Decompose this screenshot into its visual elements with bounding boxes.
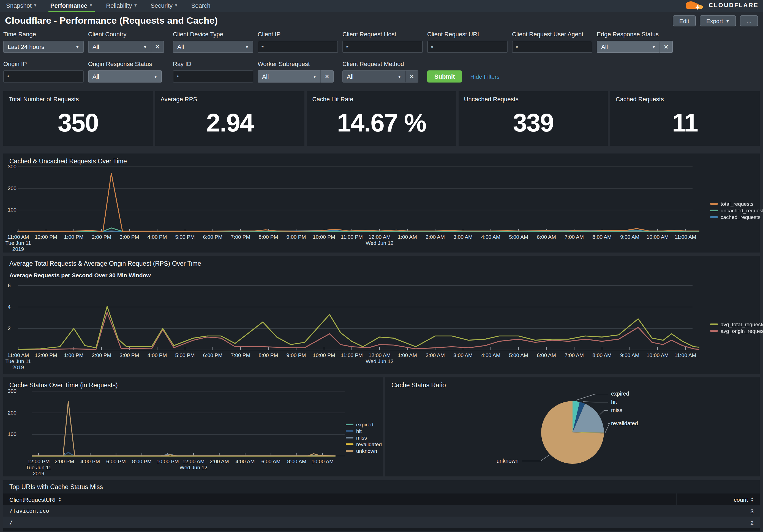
legend-item-unknown[interactable]: unknown xyxy=(346,448,382,454)
nav-item-performance[interactable]: Performance▼ xyxy=(49,0,94,12)
client-request-method-select[interactable]: All▼ xyxy=(342,70,406,83)
x-axis-label: 7:00 PM xyxy=(231,352,251,358)
filter-control xyxy=(427,41,507,53)
x-axis-label: 5:00 PM xyxy=(175,234,195,240)
x-axis-label: 11:00 AM xyxy=(675,234,697,240)
pie-leader-line xyxy=(576,394,608,400)
chevron-down-icon: ▼ xyxy=(652,45,656,49)
client-request-user-agent-input[interactable] xyxy=(512,41,592,53)
x-axis-label: 9:00 AM xyxy=(620,352,639,358)
cell-uri: / xyxy=(9,519,677,525)
kpi-average-rps: Average RPS2.94 xyxy=(155,91,304,146)
x-axis-label: 8:00 AM xyxy=(592,352,611,358)
x-axis-label: 6:00 PM xyxy=(203,352,223,358)
legend-item-avg-total-requests[interactable]: avg_total_requests xyxy=(710,321,763,327)
hide-filters-link[interactable]: Hide Filters xyxy=(471,73,499,79)
filter-bar: Time RangeLast 24 hours▼Client CountryAl… xyxy=(3,31,760,83)
edit-button[interactable]: Edit xyxy=(673,15,696,27)
pie-leader-line xyxy=(605,424,609,433)
x-axis-label: 4:00 AM xyxy=(236,459,255,464)
client-request-uri-input[interactable] xyxy=(427,41,507,53)
x-axis-label: 11:00 AM xyxy=(7,352,29,358)
dashboard-app: Snapshot▼Performance▼Reliability▼Securit… xyxy=(0,0,763,532)
legend-item-miss[interactable]: miss xyxy=(346,435,382,441)
filter-row-1: Time RangeLast 24 hours▼Client CountryAl… xyxy=(3,31,760,53)
legend-swatch xyxy=(346,450,354,452)
worker-subrequest-select[interactable]: All▼ xyxy=(258,70,321,83)
chevron-down-icon: ▼ xyxy=(313,74,317,78)
x-axis-label: 7:00 PM xyxy=(231,234,251,240)
page-title: Cloudflare - Performance (Requests and C… xyxy=(5,15,218,27)
x-axis-label: 6:00 PM xyxy=(203,234,223,240)
client-ip-input[interactable] xyxy=(258,41,338,53)
x-axis-label: 6:00 PM xyxy=(106,459,126,464)
legend-swatch xyxy=(346,430,354,432)
nav-item-search[interactable]: Search xyxy=(190,0,212,12)
x-axis-label: 10:00 AM xyxy=(647,234,669,240)
legend-item-cached-requests[interactable]: cached_requests xyxy=(710,214,763,220)
nav-item-label: Search xyxy=(191,2,211,9)
legend-item-hit[interactable]: hit xyxy=(346,428,382,434)
legend-swatch xyxy=(346,424,354,425)
legend-item-uncached-requests[interactable]: uncached_requests xyxy=(710,208,763,214)
chevron-down-icon: ▼ xyxy=(154,74,158,78)
x-axis-label: 8:00 PM xyxy=(259,234,278,240)
chart-rps-over-time: Average Total Requests & Average Origin … xyxy=(3,256,760,374)
series-unknown xyxy=(32,401,336,456)
x-axis-sublabel: Tue Jun 11 xyxy=(6,358,31,364)
x-axis-label: 2:00 AM xyxy=(426,352,445,358)
nav-item-reliability[interactable]: Reliability▼ xyxy=(104,0,139,12)
pie-label-miss: miss xyxy=(611,407,622,413)
filter-time-range: Time RangeLast 24 hours▼ xyxy=(3,31,84,53)
clear-filter-icon[interactable]: ✕ xyxy=(660,41,673,53)
submit-button[interactable]: Submit xyxy=(427,70,462,82)
legend-item-revalidated[interactable]: revalidated xyxy=(346,441,382,447)
more-options-button[interactable]: ... xyxy=(740,15,758,27)
time-range-select[interactable]: Last 24 hours▼ xyxy=(3,41,84,53)
nav-item-snapshot[interactable]: Snapshot▼ xyxy=(4,0,39,12)
clear-filter-icon[interactable]: ✕ xyxy=(320,70,334,83)
legend-label: hit xyxy=(356,428,362,434)
filter-label: Client Request Host xyxy=(342,31,423,38)
nav-item-security[interactable]: Security▼ xyxy=(149,0,179,12)
origin-ip-input[interactable] xyxy=(3,70,84,83)
filter-client-request-uri: Client Request URI xyxy=(427,31,507,53)
clear-filter-icon[interactable]: ✕ xyxy=(151,41,164,53)
table-row[interactable]: /favicon.ico3 xyxy=(3,505,760,517)
chevron-down-icon: ▼ xyxy=(245,45,249,49)
legend-label: expired xyxy=(356,421,373,427)
filter-control xyxy=(173,70,253,83)
ray-id-input[interactable] xyxy=(173,70,253,83)
legend-item-avg-origin-requests[interactable]: avg_origin_requests xyxy=(710,328,763,334)
filter-label: Ray ID xyxy=(173,60,253,67)
filter-client-request-method: Client Request MethodAll▼✕ xyxy=(342,60,423,83)
x-axis-label: 10:00 PM xyxy=(313,234,335,240)
legend-item-total-requests[interactable]: total_requests xyxy=(710,201,763,207)
export-button[interactable]: Export▼ xyxy=(700,15,736,27)
legend-swatch xyxy=(710,210,718,211)
x-axis-sublabel: Tue Jun 11 xyxy=(26,465,52,470)
x-axis-label: 2:00 AM xyxy=(210,459,229,464)
clear-filter-icon[interactable]: ✕ xyxy=(405,70,418,83)
client-request-host-input[interactable] xyxy=(342,41,423,53)
sort-icon[interactable]: ▲▼ xyxy=(751,497,754,502)
column-header-count[interactable]: count ▲▼ xyxy=(676,493,754,505)
x-axis-label: 1:00 PM xyxy=(64,352,84,358)
requests-over-time-plot: 10020030011:00 AMTue Jun 11201912:00 PM1… xyxy=(3,153,760,252)
x-axis-label: 3:00 AM xyxy=(453,352,473,358)
column-header-uri[interactable]: ClientRequestURI ▲▼ xyxy=(9,496,676,502)
x-axis-label: 11:00 AM xyxy=(7,234,29,240)
edge-response-status-select[interactable]: All▼ xyxy=(597,41,660,53)
client-device-type-select[interactable]: All▼ xyxy=(173,41,253,53)
filter-edge-response-status: Edge Response StatusAll▼✕ xyxy=(597,31,677,53)
client-country-select[interactable]: All▼ xyxy=(88,41,152,53)
table-row[interactable]: /2 xyxy=(3,517,760,528)
legend-item-expired[interactable]: expired xyxy=(346,421,382,427)
origin-response-status-select[interactable]: All▼ xyxy=(88,70,162,83)
filter-control xyxy=(3,70,84,83)
chart-legend: avg_total_requestsavg_origin_requests xyxy=(710,321,763,334)
series-avg-total-requests xyxy=(18,307,700,349)
sort-icon[interactable]: ▲▼ xyxy=(58,497,61,502)
filter-label: Client Request URI xyxy=(427,31,507,38)
x-axis-label: 2:00 AM xyxy=(426,234,445,240)
